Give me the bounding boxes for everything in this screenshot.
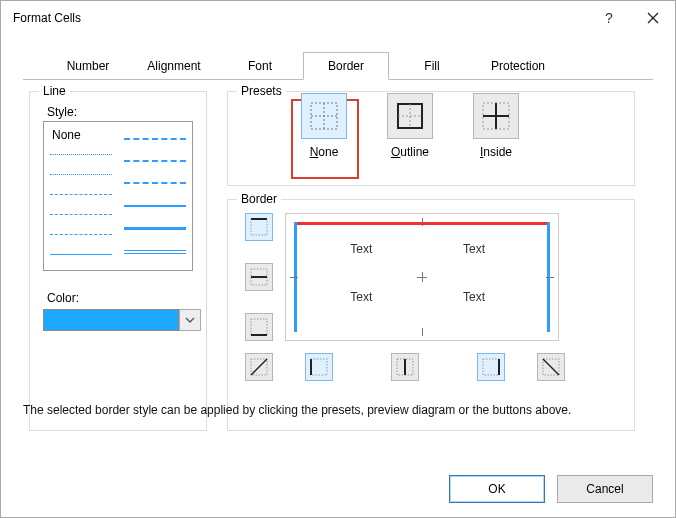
chevron-down-icon bbox=[185, 317, 195, 323]
tab-strip: Number Alignment Font Border Fill Protec… bbox=[23, 51, 653, 80]
border-middle-h-icon bbox=[249, 267, 269, 287]
tab-border[interactable]: Border bbox=[303, 52, 389, 80]
style-label: Style: bbox=[47, 105, 77, 119]
preset-outline-label: Outline bbox=[369, 145, 451, 159]
border-bottom-button[interactable] bbox=[245, 313, 273, 341]
line-style-option[interactable] bbox=[50, 174, 112, 175]
border-preview[interactable]: Text Text Text Text bbox=[285, 213, 559, 341]
line-style-option[interactable] bbox=[124, 250, 186, 254]
preview-tick bbox=[417, 277, 427, 278]
line-style-option[interactable] bbox=[50, 254, 112, 255]
preset-inside-icon bbox=[481, 101, 511, 131]
ok-button[interactable]: OK bbox=[449, 475, 545, 503]
ok-button-label: OK bbox=[488, 482, 505, 496]
line-style-option[interactable] bbox=[124, 227, 186, 230]
line-style-option[interactable] bbox=[50, 214, 112, 215]
dialog-content: Line Style: None Color: bbox=[23, 81, 653, 453]
preset-outline-icon bbox=[395, 101, 425, 131]
preset-outline-button[interactable] bbox=[387, 93, 433, 139]
border-bottom-icon bbox=[249, 317, 269, 337]
close-icon bbox=[647, 12, 659, 24]
color-dropdown-button[interactable] bbox=[179, 309, 201, 331]
preview-tick bbox=[422, 328, 423, 336]
close-button[interactable] bbox=[631, 1, 675, 34]
border-left-icon bbox=[309, 357, 329, 377]
line-style-option[interactable] bbox=[124, 160, 186, 162]
cancel-button-label: Cancel bbox=[586, 482, 623, 496]
line-style-option[interactable] bbox=[50, 234, 112, 235]
border-diag-up-icon bbox=[249, 357, 269, 377]
titlebar: Format Cells ? bbox=[1, 1, 675, 34]
border-center-v-icon bbox=[395, 357, 415, 377]
cancel-button[interactable]: Cancel bbox=[557, 475, 653, 503]
line-style-option[interactable] bbox=[124, 205, 186, 207]
preset-inside[interactable]: Inside bbox=[455, 93, 537, 159]
tab-fill[interactable]: Fill bbox=[389, 52, 475, 80]
info-text: The selected border style can be applied… bbox=[23, 403, 571, 453]
window-title: Format Cells bbox=[13, 11, 587, 25]
preview-tick bbox=[422, 218, 423, 226]
border-diag-down-button[interactable] bbox=[537, 353, 565, 381]
svg-rect-19 bbox=[311, 359, 327, 375]
color-swatch[interactable] bbox=[43, 309, 179, 331]
svg-rect-11 bbox=[251, 219, 267, 235]
line-style-option[interactable] bbox=[50, 154, 112, 155]
preview-cell-text: Text bbox=[350, 242, 372, 256]
border-right-button[interactable] bbox=[477, 353, 505, 381]
dialog-footer: OK Cancel bbox=[449, 475, 653, 503]
preset-outline[interactable]: Outline bbox=[369, 93, 451, 159]
preview-cell-text: Text bbox=[463, 242, 485, 256]
preset-none-icon bbox=[309, 101, 339, 131]
color-label: Color: bbox=[47, 291, 79, 305]
help-button[interactable]: ? bbox=[587, 1, 631, 34]
line-style-option[interactable] bbox=[124, 138, 186, 140]
preset-none[interactable]: None bbox=[283, 93, 365, 159]
tab-number[interactable]: Number bbox=[45, 52, 131, 80]
line-style-list[interactable]: None bbox=[43, 121, 193, 271]
tab-protection[interactable]: Protection bbox=[475, 52, 561, 80]
preset-none-label: None bbox=[283, 145, 365, 159]
svg-rect-23 bbox=[483, 359, 499, 375]
svg-line-18 bbox=[251, 359, 267, 375]
border-center-v-button[interactable] bbox=[391, 353, 419, 381]
border-top-icon bbox=[249, 217, 269, 237]
tab-alignment[interactable]: Alignment bbox=[131, 52, 217, 80]
line-group-label: Line bbox=[39, 84, 70, 98]
preview-tick bbox=[290, 277, 298, 278]
tab-font[interactable]: Font bbox=[217, 52, 303, 80]
border-diag-down-icon bbox=[541, 357, 561, 377]
preset-none-button[interactable] bbox=[301, 93, 347, 139]
preview-cell-text: Text bbox=[463, 290, 485, 304]
preset-inside-label: Inside bbox=[455, 145, 537, 159]
format-cells-dialog: Format Cells ? Number Alignment Font Bor… bbox=[0, 0, 676, 518]
border-diag-up-button[interactable] bbox=[245, 353, 273, 381]
border-top-button[interactable] bbox=[245, 213, 273, 241]
svg-line-26 bbox=[543, 359, 559, 375]
border-left-button[interactable] bbox=[305, 353, 333, 381]
border-group-label: Border bbox=[237, 192, 281, 206]
border-right-icon bbox=[481, 357, 501, 377]
preview-cell-text: Text bbox=[350, 290, 372, 304]
preview-tick bbox=[546, 277, 554, 278]
svg-rect-15 bbox=[251, 319, 267, 335]
presets-group-label: Presets bbox=[237, 84, 286, 98]
preset-inside-button[interactable] bbox=[473, 93, 519, 139]
border-middle-h-button[interactable] bbox=[245, 263, 273, 291]
line-style-option[interactable] bbox=[124, 182, 186, 184]
line-style-option[interactable] bbox=[50, 194, 112, 195]
